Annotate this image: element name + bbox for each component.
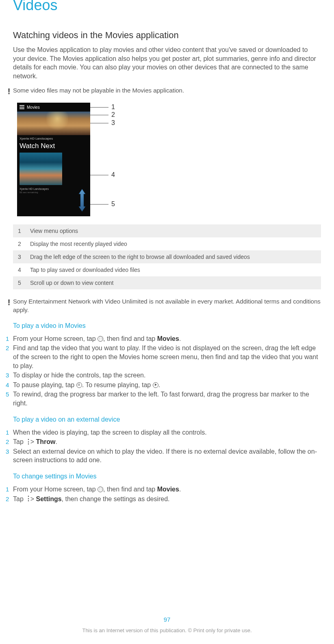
- steps-external-device: 1 When the video is playing, tap the scr…: [6, 428, 321, 465]
- callout-3: 3: [111, 119, 115, 127]
- step-text: To display or hide the controls, tap the…: [13, 371, 321, 380]
- note-text: Some video files may not be playable in …: [13, 86, 321, 95]
- overflow-menu-icon: [25, 439, 28, 445]
- phone-screen: Movies Xperia HD Landscapes Watch Next X…: [17, 103, 90, 216]
- section-heading: Watching videos in the Movies applicatio…: [13, 30, 321, 41]
- legend-table: 1 View menu options 2 Display the most r…: [13, 224, 321, 289]
- step-num: 5: [6, 390, 13, 398]
- legend-row: 4 Tap to play saved or downloaded video …: [13, 263, 321, 276]
- note-2: ! Sony Entertainment Network with Video …: [5, 297, 321, 314]
- legend-num: 4: [18, 267, 30, 273]
- subheading-change-settings: To change settings in Movies: [13, 473, 321, 480]
- legend-row: 3 Drag the left edge of the screen to th…: [13, 250, 321, 263]
- apps-icon: [98, 487, 103, 492]
- legend-text: Scroll up or down to view content: [30, 280, 316, 286]
- legend-num: 3: [18, 254, 30, 260]
- step-num: 2: [6, 437, 13, 446]
- scroll-arrow-icon: [78, 189, 86, 211]
- legend-row: 1 View menu options: [13, 224, 321, 237]
- steps-change-settings: 1 From your Home screen, tap , then find…: [6, 485, 321, 503]
- svg-marker-0: [79, 189, 85, 211]
- step-text: When the video is playing, tap the scree…: [13, 428, 321, 437]
- pause-icon: [76, 382, 82, 388]
- step-num: 3: [6, 371, 13, 379]
- steps-play-video: 1 From your Home screen, tap , then find…: [6, 334, 321, 408]
- video-thumbnail: [20, 153, 62, 185]
- page-title: Videos: [13, 0, 321, 14]
- step-text: Tap > Throw.: [13, 437, 321, 446]
- apps-icon: [98, 336, 103, 342]
- play-icon: [153, 382, 158, 388]
- legend-text: Drag the left edge of the screen to the …: [30, 254, 316, 260]
- step-num: 1: [6, 334, 13, 343]
- legend-text: View menu options: [30, 228, 316, 234]
- subheading-external-device: To play a video on an external device: [13, 416, 321, 423]
- step-num: 4: [6, 381, 13, 389]
- step-num: 2: [6, 344, 13, 352]
- hero-image: [17, 112, 90, 135]
- step-text: From your Home screen, tap , then find a…: [13, 485, 321, 494]
- note-1: ! Some video files may not be playable i…: [5, 86, 321, 95]
- callout-1: 1: [111, 103, 115, 111]
- step-text: To pause playing, tap . To resume playin…: [13, 381, 321, 390]
- hamburger-icon: [20, 105, 24, 109]
- footer-text: This is an Internet version of this publ…: [0, 627, 334, 633]
- exclamation-icon: !: [5, 86, 13, 95]
- legend-num: 2: [18, 241, 30, 247]
- step-num: 1: [6, 428, 13, 437]
- step-text: From your Home screen, tap , then find a…: [13, 334, 321, 343]
- callout-2: 2: [111, 111, 115, 118]
- callout-5: 5: [111, 200, 115, 208]
- page-number: 97: [0, 616, 334, 623]
- exclamation-icon: !: [5, 297, 13, 306]
- legend-text: Tap to play saved or downloaded video fi…: [30, 267, 316, 273]
- callout-lines: 1 2 3 4 5: [90, 103, 123, 216]
- overflow-menu-icon: [25, 496, 28, 502]
- category-label: Xperia HD Landscapes: [17, 135, 90, 141]
- step-num: 1: [6, 485, 13, 493]
- note-text: Sony Entertainment Network with Video Un…: [13, 297, 321, 314]
- watch-next-heading: Watch Next: [17, 141, 90, 153]
- subheading-play-video: To play a video in Movies: [13, 322, 321, 330]
- step-num: 3: [6, 447, 13, 456]
- callout-4: 4: [111, 171, 115, 179]
- legend-row: 5 Scroll up or down to view content: [13, 276, 321, 289]
- step-text: Tap > Settings, then change the settings…: [13, 495, 321, 504]
- app-header-title: Movies: [27, 105, 40, 110]
- step-text: To rewind, drag the progress bar marker …: [13, 390, 321, 407]
- legend-num: 1: [18, 228, 30, 234]
- step-text: Find and tap the video that you want to …: [13, 344, 321, 370]
- intro-paragraph: Use the Movies application to play movie…: [13, 45, 321, 80]
- legend-num: 5: [18, 280, 30, 286]
- app-figure: Movies Xperia HD Landscapes Watch Next X…: [17, 103, 321, 216]
- legend-row: 2 Display the most recently played video: [13, 237, 321, 250]
- app-header: Movies: [17, 103, 90, 112]
- legend-text: Display the most recently played video: [30, 241, 316, 247]
- step-num: 2: [6, 495, 13, 503]
- step-text: Select an external device on which to pl…: [13, 447, 321, 465]
